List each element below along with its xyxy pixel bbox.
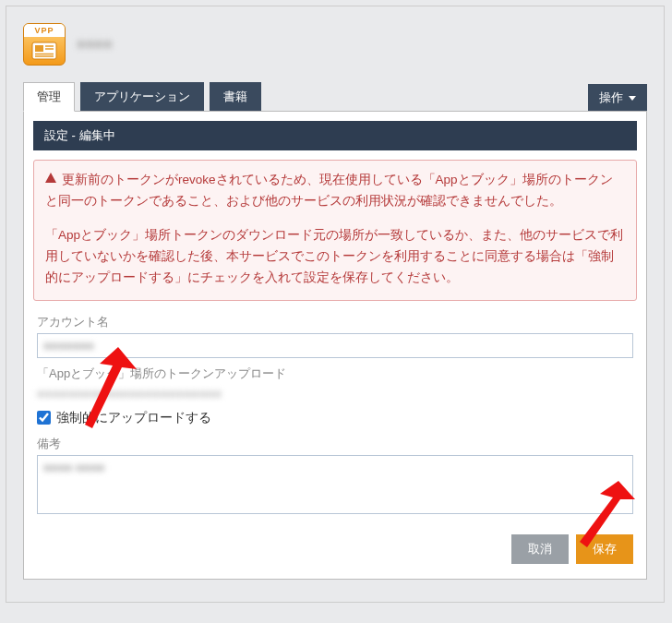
token-upload-label: 「Appとブック」場所のトークンアップロード (37, 365, 633, 382)
tab-applications[interactable]: アプリケーション (80, 82, 204, 112)
save-button[interactable]: 保存 (576, 534, 633, 564)
account-name-input[interactable]: ■■■■■■■ (37, 333, 633, 358)
form: アカウント名 ■■■■■■■ 「Appとブック」場所のトークンアップロード ■■… (33, 314, 637, 564)
account-name-label: アカウント名 (37, 314, 633, 330)
header: VPP ■■■■ (23, 23, 647, 66)
panel-title: 設定 - 編集中 (33, 121, 637, 150)
notes-label: 備考 (37, 436, 633, 452)
operation-label: 操作 (599, 90, 623, 106)
alert-text-1: 更新前のトークンがrevokeされているため、現在使用している「Appとブック」… (45, 173, 613, 208)
notes-textarea[interactable]: ■■■■ ■■■■ (37, 455, 633, 514)
force-upload-checkbox[interactable] (37, 411, 51, 425)
operation-dropdown[interactable]: 操作 (588, 84, 647, 112)
alert-text-2: 「Appとブック」場所トークンのダウンロード元の場所が一致しているか、また、他の… (45, 225, 625, 289)
warning-icon (45, 173, 56, 183)
app-frame: VPP ■■■■ 管理 アプリケーション 書籍 操作 (6, 6, 665, 603)
settings-panel: 設定 - 編集中 更新前のトークンがrevokeされているため、現在使用している… (23, 111, 647, 580)
svg-rect-1 (35, 45, 43, 52)
tab-manage[interactable]: 管理 (23, 82, 75, 112)
warning-alert: 更新前のトークンがrevokeされているため、現在使用している「Appとブック」… (33, 160, 637, 301)
force-upload-label[interactable]: 強制的にアップロードする (56, 410, 211, 426)
token-file-name: ■■■■■■■■■■■■■■■■■■■■■■■■ (37, 385, 633, 406)
page-title: ■■■■ (77, 36, 113, 53)
vpp-icon-badge: VPP (24, 24, 65, 37)
tabbar: 管理 アプリケーション 書籍 操作 (23, 82, 647, 112)
vpp-icon: VPP (23, 23, 66, 66)
tab-books[interactable]: 書籍 (210, 82, 261, 112)
chevron-down-icon (629, 96, 636, 101)
cancel-button[interactable]: 取消 (511, 534, 569, 564)
